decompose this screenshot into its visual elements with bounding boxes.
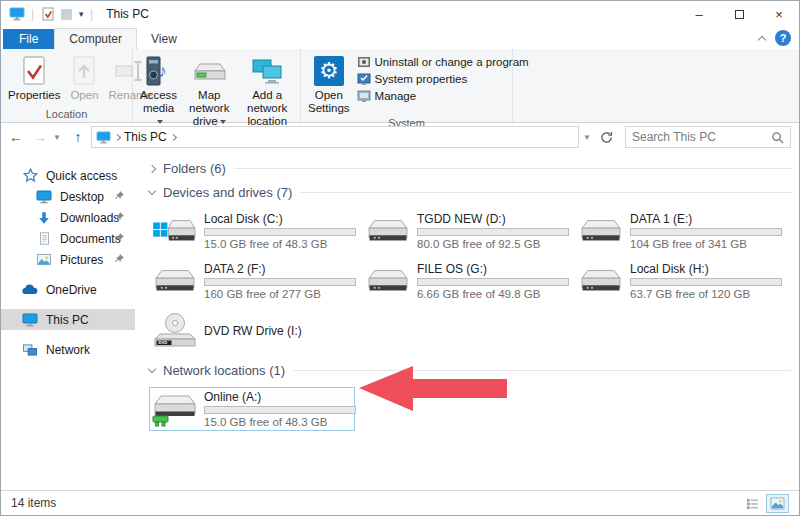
sidebar-item-label: Documents [60, 232, 121, 246]
ribbon-tab-row: File Computer View ? [1, 27, 799, 49]
tab-view[interactable]: View [137, 29, 191, 49]
network-icon [21, 343, 39, 356]
uninstall-program-button[interactable]: Uninstall or change a program [357, 55, 529, 69]
drive-tile-local-disk-h[interactable]: Local Disk (H:)63.7 GB free of 120 GB [575, 259, 781, 303]
up-button[interactable]: ↑ [67, 126, 89, 148]
ribbon-spacer [513, 49, 799, 122]
sidebar-item-pictures[interactable]: Pictures [1, 249, 135, 270]
drive-tile-local-disk-c[interactable]: Local Disk (C:)15.0 GB free of 48.3 GB [149, 209, 355, 253]
address-box[interactable]: This PC [91, 126, 579, 148]
chevron-right-icon[interactable] [148, 164, 156, 172]
uninstall-program-icon [357, 55, 371, 69]
drives-group-header[interactable]: Devices and drives (7) [149, 185, 791, 200]
drive-tile-online-a[interactable]: Online (A:)15.0 GB free of 48.3 GB [149, 387, 355, 431]
app-icon [8, 5, 26, 23]
folders-group-header[interactable]: Folders (6) [149, 161, 791, 176]
divider: | [31, 7, 34, 21]
minimize-button[interactable]: – [679, 1, 719, 27]
tab-computer[interactable]: Computer [54, 28, 137, 49]
content-pane: Folders (6) Devices and drives (7) Local… [135, 151, 799, 490]
system-properties-button[interactable]: System properties [357, 72, 529, 86]
drive-free-space: 104 GB free of 341 GB [630, 238, 778, 250]
manage-label: Manage [375, 90, 417, 102]
maximize-button[interactable] [719, 1, 759, 27]
sidebar-item-documents[interactable]: Documents [1, 228, 135, 249]
help-icon[interactable]: ? [775, 30, 791, 46]
drive-usage-bar [204, 406, 356, 414]
open-settings-icon: ⚙ [314, 54, 344, 88]
open-settings-button[interactable]: ⚙ Open Settings [303, 51, 355, 116]
manage-button[interactable]: Manage [357, 89, 529, 103]
chevron-down-icon[interactable] [148, 365, 156, 373]
rename-icon [115, 54, 145, 88]
qat-new-folder-icon[interactable] [57, 5, 75, 23]
chevron-down-icon[interactable] [148, 187, 156, 195]
search-input[interactable]: Search This PC [625, 126, 791, 148]
add-network-location-icon [250, 54, 284, 88]
refresh-button[interactable] [595, 126, 617, 148]
access-media-icon: ♪ [144, 54, 174, 88]
sidebar-item-desktop[interactable]: Desktop [1, 186, 135, 207]
ribbon: Properties Open Rename Location [1, 49, 799, 123]
sidebar-item-this-pc[interactable]: This PC [1, 309, 135, 330]
network-locations-group-header[interactable]: Network locations (1) [149, 363, 791, 378]
breadcrumb-chevron-icon[interactable] [170, 133, 177, 140]
drive-icon [578, 262, 624, 300]
drive-usage-bar [630, 228, 782, 236]
sidebar-item-downloads[interactable]: Downloads [1, 207, 135, 228]
drive-free-space: 15.0 GB free of 48.3 GB [204, 416, 352, 428]
divider [300, 192, 791, 193]
drive-tile-data-2-f[interactable]: DATA 2 (F:)160 GB free of 277 GB [149, 259, 355, 303]
sidebar-item-label: Downloads [60, 211, 119, 225]
recent-locations-dropdown-icon[interactable]: ▼ [53, 133, 65, 142]
drive-icon [152, 262, 198, 300]
drive-tile-tgdd-new-d[interactable]: TGDD NEW (D:)80.0 GB free of 92.5 GB [362, 209, 568, 253]
qat-properties-icon[interactable] [39, 5, 57, 23]
system-properties-icon [357, 72, 371, 86]
items-count: 14 items [11, 496, 56, 510]
divider: | [90, 7, 93, 21]
qat-customize-dropdown-icon[interactable]: ▼ [77, 10, 85, 19]
large-icons-view-button[interactable] [766, 494, 789, 513]
details-view-button[interactable] [741, 494, 764, 513]
main-area: Quick accessDesktopDownloadsDocumentsPic… [1, 151, 799, 490]
search-placeholder: Search This PC [632, 130, 771, 144]
sidebar-item-label: Desktop [60, 190, 104, 204]
drive-usage-bar [204, 228, 356, 236]
map-network-drive-button[interactable]: Map network drive [182, 51, 236, 130]
open-button[interactable]: Open [65, 51, 103, 103]
breadcrumb-chevron-icon[interactable] [114, 133, 121, 140]
drive-name: DATA 2 (F:) [204, 262, 352, 276]
drive-usage-bar [417, 278, 569, 286]
manage-icon [357, 89, 371, 103]
drive-usage-bar [630, 278, 782, 286]
sidebar-item-label: Quick access [46, 169, 117, 183]
sidebar-item-quick-access[interactable]: Quick access [1, 165, 135, 186]
large-icons-view-icon [770, 497, 785, 510]
network-locations-group-label: Network locations (1) [163, 363, 285, 378]
address-history-dropdown-icon[interactable]: ▼ [581, 133, 593, 142]
onedrive-icon [21, 284, 39, 295]
drive-free-space: 63.7 GB free of 120 GB [630, 288, 778, 300]
back-button[interactable]: ← [5, 126, 27, 148]
pictures-icon [35, 253, 53, 266]
drive-free-space: 6.66 GB free of 49.8 GB [417, 288, 565, 300]
collapse-ribbon-icon[interactable] [758, 35, 766, 43]
drive-tile-file-os-g[interactable]: FILE OS (G:)6.66 GB free of 49.8 GB [362, 259, 568, 303]
network-drive-icon [152, 390, 198, 428]
forward-button[interactable]: → [29, 126, 51, 148]
ribbon-group-system: ⚙ Open Settings Uninstall or change a pr… [301, 49, 513, 122]
drives-group-label: Devices and drives (7) [163, 185, 292, 200]
this-pc-crumb-icon [96, 131, 111, 144]
tab-file[interactable]: File [3, 29, 54, 49]
breadcrumb[interactable]: This PC [124, 130, 167, 144]
add-network-location-button[interactable]: Add a network location [236, 51, 298, 130]
this-pc-icon [21, 313, 39, 327]
drive-tile-dvd-rw-drive-i[interactable]: DVDDVD RW Drive (I:) [149, 309, 355, 353]
drive-icon [365, 262, 411, 300]
sidebar-item-network[interactable]: Network [1, 339, 135, 360]
properties-button[interactable]: Properties [3, 51, 65, 103]
sidebar-item-onedrive[interactable]: OneDrive [1, 279, 135, 300]
drive-tile-data-1-e[interactable]: DATA 1 (E:)104 GB free of 341 GB [575, 209, 781, 253]
close-button[interactable]: × [759, 1, 799, 27]
